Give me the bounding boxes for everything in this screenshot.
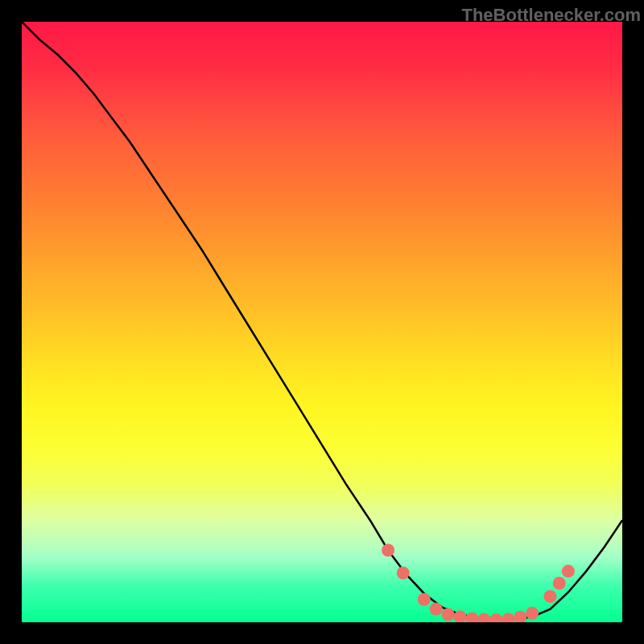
marker-dot: [489, 613, 502, 622]
marker-dot: [502, 613, 514, 622]
marker-dot: [397, 567, 410, 580]
marker-dot: [562, 565, 575, 578]
chart-svg: [22, 22, 622, 622]
plot-area: [22, 22, 622, 622]
marker-dot: [514, 611, 526, 622]
marker-dot: [477, 613, 490, 622]
bottleneck-curve: [22, 22, 622, 619]
attribution-text: TheBottlenecker.com: [461, 5, 641, 26]
chart-root: TheBottlenecker.com: [0, 0, 644, 644]
marker-dot: [418, 593, 431, 606]
marker-dot: [526, 607, 539, 620]
marker-dot: [382, 544, 394, 557]
marker-dot: [553, 577, 566, 590]
marker-dot: [430, 603, 443, 616]
marker-dot: [544, 590, 557, 603]
marker-dot: [466, 613, 479, 623]
marker-dot: [442, 608, 455, 621]
